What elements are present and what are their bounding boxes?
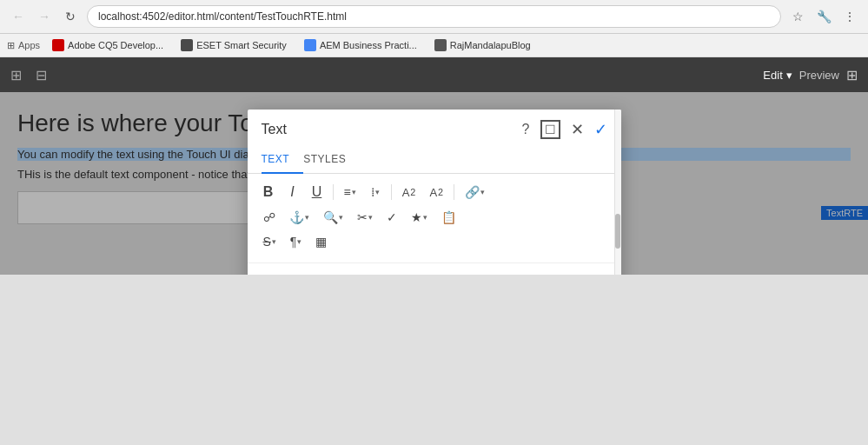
find-dropdown[interactable]: 🔍▾ bbox=[318, 207, 348, 228]
browser-chrome: ← → ↻ ☆ 🔧 ⋮ ⊞ Apps Adobe CQ5 Develop... … bbox=[0, 0, 868, 57]
modal-title: Text bbox=[262, 122, 287, 137]
aem-label: AEM Business Practi... bbox=[320, 40, 417, 50]
paragraph-dropdown[interactable]: ¶▾ bbox=[285, 231, 308, 252]
sep2 bbox=[391, 184, 392, 200]
editor-content-area[interactable]: <p>You can modify the text using the Tou… bbox=[248, 263, 621, 275]
adobe-label: Adobe CQ5 Develop... bbox=[68, 40, 163, 50]
scrollbar-thumb[interactable] bbox=[615, 214, 620, 249]
scissors-dropdown[interactable]: ✂▾ bbox=[352, 207, 378, 228]
help-icon-button[interactable]: ? bbox=[522, 122, 530, 137]
bold-button[interactable]: B bbox=[258, 181, 279, 203]
url-bar[interactable] bbox=[87, 5, 781, 28]
confirm-button[interactable]: ✓ bbox=[594, 120, 607, 139]
rte-toolbar: B I U ≡▾ ⁞▾ A2 A2 🔗▾ ☍ ⚓▾ 🔍▾ bbox=[248, 174, 621, 263]
edit-button[interactable]: Edit ▾ bbox=[763, 69, 792, 82]
grid-icon[interactable]: ⊞ bbox=[846, 67, 858, 83]
expand-icon-button[interactable]: ☐ bbox=[540, 120, 560, 139]
raj-label: RajMandalapuBlog bbox=[450, 40, 531, 50]
eset-icon bbox=[181, 39, 193, 51]
aem-topbar-left: ⊞ ⊟ bbox=[10, 67, 47, 83]
sep1 bbox=[333, 184, 334, 200]
unlink-button[interactable]: ☍ bbox=[258, 207, 281, 228]
modal-header: Text ? ☐ ✕ ✓ bbox=[248, 110, 621, 139]
modal-scrollbar[interactable] bbox=[614, 110, 621, 275]
eset-label: ESET Smart Security bbox=[196, 40, 287, 50]
strikethrough-dropdown[interactable]: S▾ bbox=[258, 231, 282, 252]
tab-styles[interactable]: STYLES bbox=[303, 146, 360, 174]
bookmark-raj[interactable]: RajMandalapuBlog bbox=[429, 37, 536, 53]
nav-buttons: ← → ↻ bbox=[7, 5, 82, 28]
italic-button[interactable]: I bbox=[282, 181, 303, 203]
apps-grid-icon: ⊞ bbox=[7, 40, 15, 51]
anchor-dropdown[interactable]: ⚓▾ bbox=[284, 207, 315, 228]
link-dropdown[interactable]: 🔗▾ bbox=[460, 182, 490, 203]
close-button[interactable]: ✕ bbox=[571, 120, 584, 139]
sep3 bbox=[454, 184, 454, 200]
underline-button[interactable]: U bbox=[307, 181, 328, 203]
star-icon[interactable]: ☆ bbox=[786, 5, 809, 28]
bookmark-adobe[interactable]: Adobe CQ5 Develop... bbox=[47, 37, 169, 53]
raj-icon bbox=[434, 39, 447, 51]
menu-icon[interactable]: ⋮ bbox=[838, 5, 861, 28]
aem-topbar: ⊞ ⊟ Edit ▾ Preview ⊞ bbox=[0, 57, 868, 92]
superscript-button[interactable]: A2 bbox=[424, 183, 448, 203]
edit-label: Edit bbox=[763, 69, 782, 82]
browser-nav: ← → ↻ ☆ 🔧 ⋮ bbox=[0, 0, 868, 34]
browser-icons: ☆ 🔧 ⋮ bbox=[786, 5, 861, 28]
modal-header-icons: ? ☐ ✕ ✓ bbox=[522, 120, 607, 139]
bookmark-apps[interactable]: ⊞ Apps bbox=[7, 40, 40, 51]
check-button[interactable]: ✓ bbox=[381, 207, 402, 228]
modal-tabs: TEXT STYLES bbox=[248, 146, 621, 174]
tab-text[interactable]: TEXT bbox=[262, 146, 304, 174]
aem-icon bbox=[304, 39, 316, 51]
list-dropdown[interactable]: ⁞▾ bbox=[365, 182, 386, 203]
bookmarks-bar: ⊞ Apps Adobe CQ5 Develop... ESET Smart S… bbox=[0, 34, 868, 57]
edit-chevron-icon: ▾ bbox=[786, 69, 792, 82]
text-dialog-modal: Text ? ☐ ✕ ✓ TEXT STYLES B I U bbox=[248, 110, 621, 275]
back-button[interactable]: ← bbox=[7, 5, 30, 28]
preview-button[interactable]: Preview bbox=[799, 69, 839, 82]
refresh-button[interactable]: ↻ bbox=[59, 5, 82, 28]
extension-icon[interactable]: 🔧 bbox=[812, 5, 835, 28]
justify-dropdown[interactable]: ≡▾ bbox=[339, 182, 361, 203]
table-button[interactable]: 📋 bbox=[436, 207, 461, 228]
toolbar-row-3: S▾ ¶▾ ▦ bbox=[258, 231, 611, 252]
bookmark-eset[interactable]: ESET Smart Security bbox=[176, 37, 292, 53]
special-char-dropdown[interactable]: ★▾ bbox=[406, 207, 433, 228]
adobe-icon bbox=[52, 39, 64, 51]
bookmark-aem[interactable]: AEM Business Practi... bbox=[299, 37, 422, 53]
equalizer-icon[interactable]: ⊞ bbox=[10, 67, 22, 83]
subscript-button[interactable]: A2 bbox=[397, 183, 421, 203]
toolbar-row-1: B I U ≡▾ ⁞▾ A2 A2 🔗▾ bbox=[258, 181, 611, 203]
table-insert-button[interactable]: ▦ bbox=[310, 231, 332, 252]
toolbar-row-2: ☍ ⚓▾ 🔍▾ ✂▾ ✓ ★▾ 📋 bbox=[258, 207, 611, 228]
spacing-icon: ⊟ bbox=[36, 67, 47, 83]
forward-button[interactable]: → bbox=[33, 5, 56, 28]
aem-topbar-right: Edit ▾ Preview ⊞ bbox=[763, 67, 858, 83]
apps-label: Apps bbox=[18, 40, 40, 50]
modal-overlay: Text ? ☐ ✕ ✓ TEXT STYLES B I U bbox=[0, 92, 868, 275]
